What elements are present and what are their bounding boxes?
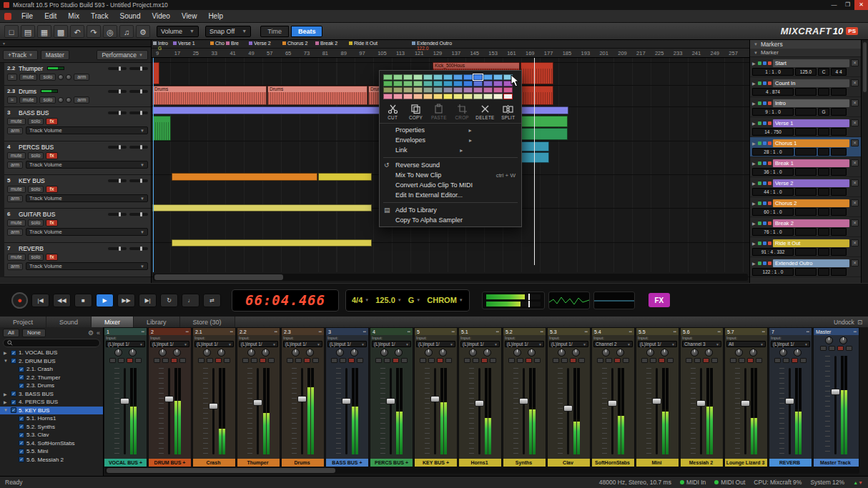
menu-item[interactable]: Edit [39,10,62,23]
arm-button[interactable]: arm [7,195,23,202]
audio-clip[interactable] [521,62,553,84]
pan-knob[interactable] [558,349,566,357]
send-knob[interactable] [794,349,802,357]
context-menu-item[interactable]: ▤ Add To Library [380,205,521,215]
context-menu-item[interactable]: Edit In External Editor... [380,190,521,200]
fader-cap[interactable] [519,398,528,404]
context-menu-item[interactable]: Link ▸ [380,145,521,155]
marker-timesig[interactable] [831,168,847,176]
audio-clip[interactable] [172,173,317,181]
solo-button[interactable] [694,358,701,363]
mute-button[interactable]: mute [7,254,26,261]
marker-name[interactable]: Extended Outro [773,259,849,267]
redo-icon[interactable]: ↷ [87,25,101,38]
strip-options-icon[interactable]: ▪▪ [452,329,455,334]
color-swatch[interactable] [453,81,463,86]
marker-position[interactable]: 9 : 1 . 0 [752,108,794,116]
track-volume-slider[interactable] [108,90,127,93]
fx-button[interactable] [846,346,852,351]
timeline-scrollbar[interactable] [153,274,748,281]
marker-name[interactable]: Break 1 [773,159,849,167]
audio-clip[interactable] [152,116,171,141]
track-visible-checkbox[interactable]: ✓ [19,457,24,462]
marker-tempo[interactable] [795,168,817,176]
marker-expand-icon[interactable]: ▶ [752,181,756,186]
strip-options-icon[interactable]: ▪▪ [541,329,543,334]
audio-clip[interactable]: Drums [267,86,368,105]
mute-button[interactable] [508,358,515,363]
solo-button[interactable] [739,358,745,363]
automation-param-select[interactable]: Track Volume▼ [26,262,148,270]
color-swatch[interactable] [493,94,503,99]
marker-key[interactable] [818,268,829,276]
solo-button[interactable] [650,358,656,363]
fx-button[interactable]: fx [46,219,57,226]
color-swatch[interactable] [393,81,403,86]
arm-button[interactable]: arm [7,229,23,236]
arm-button[interactable] [570,358,576,363]
expand-icon[interactable]: ▼ [4,359,9,363]
marker-delete-button[interactable]: ✕ [851,179,859,186]
close-button[interactable]: ✕ [854,0,868,10]
channel-strip[interactable]: 4▪▪ Input: (L)Input 1/▼ [370,327,413,467]
marker-flag-row[interactable]: Intro G Verse 1 Cho Bre Verse 2 [152,40,749,49]
input-select[interactable]: (L)Input 1/▼ [194,341,234,347]
track-header[interactable]: 6 GUITAR BUS mute solo f [4,209,151,243]
copy-button[interactable]: COPY [404,104,427,120]
marker-expand-icon[interactable]: ▶ [752,81,756,86]
cut-button[interactable]: CUT [381,104,404,120]
input-select[interactable]: All▼ [726,341,766,347]
strip-name[interactable]: Thumper [237,459,280,467]
track-visible-checkbox[interactable]: ✓ [11,391,16,397]
pan-knob[interactable] [602,349,610,357]
track-volume-slider[interactable] [108,213,127,216]
send-knob[interactable] [661,349,669,357]
solo-button[interactable]: solo [28,254,44,261]
marker-delete-button[interactable]: ✕ [851,59,859,66]
key-value[interactable]: G▼ [408,296,421,304]
input-select[interactable]: (L)Input 1/▼ [239,341,278,347]
volume-fader[interactable] [390,368,392,454]
pan-knob[interactable] [513,349,521,357]
marker-delete-button[interactable]: ✕ [851,139,859,146]
solo-button[interactable] [207,358,213,363]
marker-timesig[interactable] [831,188,847,196]
fx-button[interactable] [623,358,629,363]
pan-knob[interactable] [646,349,654,357]
color-swatch[interactable] [433,74,443,80]
panel-tab[interactable]: Sound [46,317,92,327]
settings-icon[interactable]: ⚙ [136,25,150,38]
arm-button[interactable] [481,358,488,363]
panel-tab[interactable]: Store (30) [180,317,235,327]
send-knob[interactable] [749,349,757,357]
send-knob[interactable] [439,349,447,357]
automation-param-select[interactable]: Track Volume▼ [26,194,148,202]
audio-clip[interactable] [521,152,549,163]
pan-knob[interactable] [380,349,388,357]
marker-expand-icon[interactable]: ▶ [752,101,756,106]
menu-item[interactable]: View [176,10,203,23]
color-swatch[interactable] [433,81,443,86]
strip-name[interactable]: Master Track [814,459,859,467]
marker-row[interactable]: ▶ Break 1 ✕ 36 : 1 . 0 [750,157,861,177]
arm-button[interactable] [393,358,399,363]
mute-button[interactable] [553,358,559,363]
volume-fader[interactable] [168,368,170,454]
channel-strip[interactable]: 2.3▪▪ Input: (L)Input 1/▼ [281,327,325,467]
fader-cap[interactable] [785,398,794,404]
menu-item[interactable]: Mix [62,10,85,23]
input-select[interactable]: Channel 3▼ [682,341,721,347]
strip-options-icon[interactable]: ▪▪ [363,329,366,334]
marker-key[interactable] [818,148,829,156]
gain-knob[interactable] [66,74,71,80]
channel-strip[interactable]: 7▪▪ Input: (L)Input 1/▼ [769,327,812,467]
timeline-marker-flag[interactable]: Break 2 [315,41,337,46]
mute-button[interactable] [375,358,382,363]
context-menu-item[interactable]: Envelopes ▸ [380,135,521,145]
color-swatch[interactable] [483,74,493,80]
track-visible-checkbox[interactable]: ✓ [11,407,16,413]
solo-button[interactable]: solo [28,152,44,159]
channel-strip[interactable]: 5.1▪▪ Input: (L)Input 1/▼ [458,327,502,467]
mute-button[interactable] [464,358,470,363]
marker-expand-icon[interactable]: ▶ [752,141,756,146]
